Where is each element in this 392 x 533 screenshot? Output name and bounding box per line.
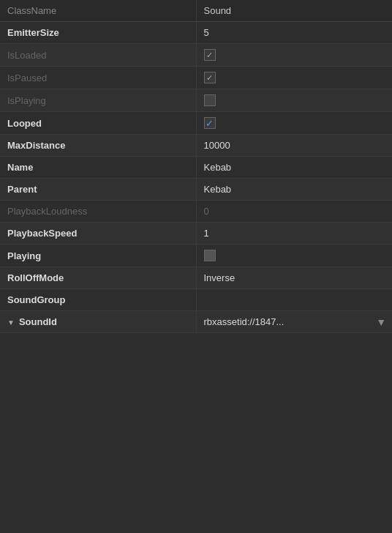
value-sound-group[interactable] — [196, 289, 392, 311]
checkbox-dark-icon[interactable] — [204, 250, 216, 261]
row-looped[interactable]: Looped✓ — [0, 112, 392, 135]
label-name: Name — [0, 157, 196, 179]
value-name[interactable]: Kebab — [196, 157, 392, 179]
checkbox-empty-icon[interactable] — [204, 94, 216, 106]
row-max-distance[interactable]: MaxDistance10000 — [0, 135, 392, 157]
expand-row-arrow-icon[interactable]: ▼ — [7, 318, 15, 327]
row-is-paused[interactable]: IsPaused✓ — [0, 67, 392, 89]
rows-table: EmitterSize5IsLoaded✓IsPaused✓IsPlayingL… — [0, 22, 392, 333]
header-row: ClassName Sound — [0, 0, 392, 22]
value-playback-loudness[interactable]: 0 — [196, 201, 392, 223]
label-looped: Looped — [0, 112, 196, 135]
value-emitter-size[interactable]: 5 — [196, 22, 392, 44]
row-playback-speed[interactable]: PlaybackSpeed1 — [0, 223, 392, 245]
value-playback-speed[interactable]: 1 — [196, 223, 392, 245]
expand-value-arrow-icon[interactable]: ▼ — [376, 316, 386, 328]
value-playing[interactable] — [196, 245, 392, 267]
row-parent[interactable]: ParentKebab — [0, 179, 392, 201]
row-roll-off-mode[interactable]: RollOffModeInverse — [0, 267, 392, 289]
label-emitter-size: EmitterSize — [0, 22, 196, 44]
value-is-playing[interactable] — [196, 89, 392, 112]
value-looped[interactable]: ✓ — [196, 112, 392, 135]
row-playing[interactable]: Playing — [0, 245, 392, 267]
label-playing: Playing — [0, 245, 196, 267]
row-emitter-size[interactable]: EmitterSize5 — [0, 22, 392, 44]
label-is-playing: IsPlaying — [0, 89, 196, 112]
header-col1: ClassName — [0, 0, 196, 22]
label-parent: Parent — [0, 179, 196, 201]
value-max-distance[interactable]: 10000 — [196, 135, 392, 157]
value-is-loaded[interactable]: ✓ — [196, 44, 392, 67]
value-is-paused[interactable]: ✓ — [196, 67, 392, 89]
label-roll-off-mode: RollOffMode — [0, 267, 196, 289]
value-sound-id[interactable]: rbxassetid://1847...▼ — [196, 311, 392, 333]
row-name[interactable]: NameKebab — [0, 157, 392, 179]
checkbox-checked-icon[interactable]: ✓ — [204, 49, 216, 61]
header-col2: Sound — [196, 0, 392, 22]
label-is-paused: IsPaused — [0, 67, 196, 89]
checkbox-blue-icon[interactable]: ✓ — [204, 117, 216, 129]
label-sound-group: SoundGroup — [0, 289, 196, 311]
row-is-playing[interactable]: IsPlaying — [0, 89, 392, 112]
value-parent[interactable]: Kebab — [196, 179, 392, 201]
row-sound-group[interactable]: SoundGroup — [0, 289, 392, 311]
properties-table: ClassName Sound — [0, 0, 392, 22]
label-playback-loudness: PlaybackLoudness — [0, 201, 196, 223]
row-is-loaded[interactable]: IsLoaded✓ — [0, 44, 392, 67]
label-playback-speed: PlaybackSpeed — [0, 223, 196, 245]
label-is-loaded: IsLoaded — [0, 44, 196, 67]
row-sound-id[interactable]: ▼SoundIdrbxassetid://1847...▼ — [0, 311, 392, 333]
row-playback-loudness[interactable]: PlaybackLoudness0 — [0, 201, 392, 223]
label-sound-id: ▼SoundId — [0, 311, 196, 333]
checkbox-checked-icon[interactable]: ✓ — [204, 72, 216, 83]
label-max-distance: MaxDistance — [0, 135, 196, 157]
value-roll-off-mode[interactable]: Inverse — [196, 267, 392, 289]
